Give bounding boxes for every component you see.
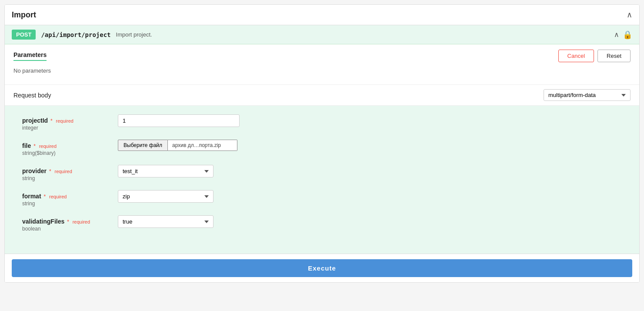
endpoint-chevron-icon[interactable]: ∧ bbox=[614, 30, 619, 39]
field-label-provider: provider * required string bbox=[22, 165, 109, 181]
execute-button[interactable]: Execute bbox=[12, 259, 632, 277]
execute-bar: Execute bbox=[5, 254, 639, 282]
page-title: Import bbox=[12, 10, 36, 20]
params-header: Parameters Cancel Reset bbox=[13, 50, 631, 62]
field-name-projectid: projectId bbox=[22, 117, 48, 124]
collapse-icon[interactable]: ∧ bbox=[627, 10, 632, 20]
validatingfiles-select[interactable]: true false bbox=[118, 215, 214, 228]
title-bar: Import ∧ bbox=[5, 5, 639, 25]
field-type-format: string bbox=[22, 201, 109, 207]
field-input-col-format: zip json xml bbox=[118, 190, 622, 203]
field-type-projectid: integer bbox=[22, 125, 109, 131]
choose-file-button[interactable]: Выберите файл bbox=[118, 140, 168, 151]
request-body-header: Request body multipart/form-data bbox=[5, 85, 639, 106]
required-label-validatingfiles: required bbox=[73, 219, 90, 224]
endpoint-right: ∧ 🔒 bbox=[614, 30, 632, 40]
method-badge: POST bbox=[12, 30, 36, 40]
reset-button[interactable]: Reset bbox=[597, 50, 631, 62]
field-row-format: format * required string zip json xml bbox=[22, 190, 622, 207]
projectid-input[interactable] bbox=[118, 114, 240, 127]
required-label-file: required bbox=[39, 144, 57, 149]
field-label-validatingfiles: validatingFiles * required boolean bbox=[22, 215, 109, 232]
field-label-file: file * required string($binary) bbox=[22, 140, 109, 156]
required-label-projectid: required bbox=[56, 118, 73, 124]
field-name-format: format bbox=[22, 193, 41, 200]
endpoint-description: Import project. bbox=[116, 31, 152, 38]
no-parameters-label: No parameters bbox=[13, 66, 631, 77]
params-title: Parameters bbox=[13, 51, 47, 61]
endpoint-left: POST /api/import/project Import project. bbox=[12, 30, 152, 40]
lock-icon: 🔒 bbox=[623, 30, 632, 40]
required-star-format: * bbox=[43, 194, 46, 200]
field-input-col-validatingfiles: true false bbox=[118, 215, 622, 228]
field-name-provider: provider bbox=[22, 167, 47, 174]
provider-select[interactable]: test_it other bbox=[118, 165, 214, 177]
required-star-projectid: * bbox=[50, 118, 53, 124]
field-input-col-file: Выберите файл архив дл…порта.zip bbox=[118, 140, 622, 151]
file-input-wrapper: Выберите файл архив дл…порта.zip bbox=[118, 140, 622, 151]
content-type-select[interactable]: multipart/form-data bbox=[544, 89, 631, 101]
request-body-label: Request body bbox=[13, 92, 51, 99]
parameters-section: Parameters Cancel Reset No parameters bbox=[5, 44, 639, 85]
required-star-file: * bbox=[33, 143, 36, 149]
field-input-col-projectid bbox=[118, 114, 622, 127]
required-star-provider: * bbox=[49, 168, 51, 174]
field-row-file: file * required string($binary) Выберите… bbox=[22, 140, 622, 156]
file-name-display: архив дл…порта.zip bbox=[168, 140, 237, 151]
field-row-projectid: projectId * required integer bbox=[22, 114, 622, 131]
field-label-projectid: projectId * required integer bbox=[22, 114, 109, 131]
field-label-format: format * required string bbox=[22, 190, 109, 207]
required-label-format: required bbox=[49, 194, 67, 199]
field-row-provider: provider * required string test_it other bbox=[22, 165, 622, 181]
field-row-validatingfiles: validatingFiles * required boolean true … bbox=[22, 215, 622, 232]
format-select[interactable]: zip json xml bbox=[118, 190, 214, 203]
main-container: Import ∧ POST /api/import/project Import… bbox=[4, 4, 640, 283]
endpoint-path: /api/import/project bbox=[41, 31, 110, 38]
form-body: projectId * required integer file * requ… bbox=[5, 106, 639, 254]
field-name-validatingfiles: validatingFiles bbox=[22, 218, 64, 225]
required-star-validatingfiles: * bbox=[67, 219, 69, 225]
required-label-provider: required bbox=[54, 169, 72, 174]
cancel-button[interactable]: Cancel bbox=[558, 50, 594, 62]
field-type-provider: string bbox=[22, 175, 109, 181]
header-buttons: Cancel Reset bbox=[558, 50, 631, 62]
endpoint-bar: POST /api/import/project Import project.… bbox=[5, 25, 639, 44]
field-name-file: file bbox=[22, 142, 31, 149]
field-type-validatingfiles: boolean bbox=[22, 226, 109, 232]
field-type-file: string($binary) bbox=[22, 150, 109, 156]
field-input-col-provider: test_it other bbox=[118, 165, 622, 177]
